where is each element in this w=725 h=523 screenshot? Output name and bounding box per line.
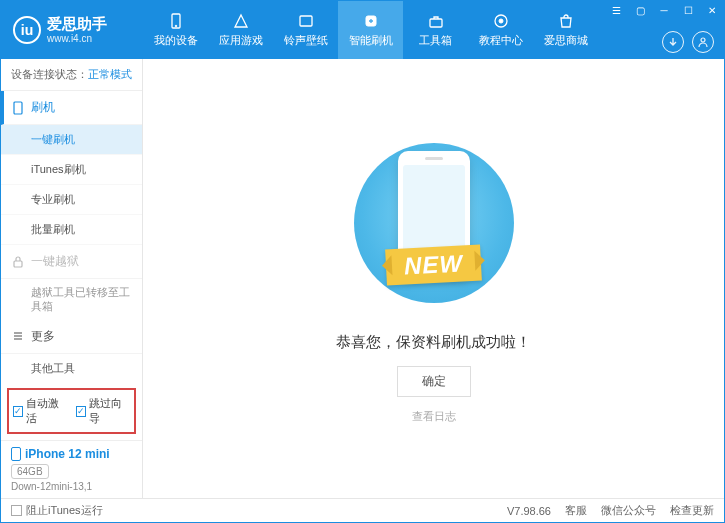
footer-link-update[interactable]: 检查更新: [670, 503, 714, 518]
nav-label: 教程中心: [479, 33, 523, 48]
footer-link-support[interactable]: 客服: [565, 503, 587, 518]
nav-toolbox[interactable]: 工具箱: [403, 1, 468, 59]
store-icon: [557, 12, 575, 30]
nav-label: 我的设备: [154, 33, 198, 48]
svg-point-6: [499, 19, 503, 23]
success-message: 恭喜您，保资料刷机成功啦！: [336, 333, 531, 352]
view-log-link[interactable]: 查看日志: [412, 409, 456, 424]
group-title: 更多: [31, 328, 55, 345]
minimize-button[interactable]: ─: [652, 1, 676, 19]
logo-block: iu 爱思助手 www.i4.cn: [1, 16, 143, 44]
device-block[interactable]: iPhone 12 mini 64GB Down-12mini-13,1: [1, 440, 142, 498]
chk-label: 自动激活: [26, 396, 67, 426]
close-button[interactable]: ✕: [700, 1, 724, 19]
confirm-button[interactable]: 确定: [397, 366, 471, 397]
connection-status: 设备连接状态：正常模式: [1, 59, 142, 91]
download-button[interactable]: [662, 31, 684, 53]
sidebar-item-pro-flash[interactable]: 专业刷机: [1, 185, 142, 215]
footer-link-wechat[interactable]: 微信公众号: [601, 503, 656, 518]
group-title: 刷机: [31, 99, 55, 116]
nav-tutorial[interactable]: 教程中心: [468, 1, 533, 59]
media-icon: [297, 12, 315, 30]
nav-label: 应用游戏: [219, 33, 263, 48]
conn-value: 正常模式: [88, 68, 132, 80]
jailbreak-note: 越狱工具已转移至工具箱: [1, 279, 142, 320]
phone-icon: [11, 447, 21, 461]
apps-icon: [232, 12, 250, 30]
user-button[interactable]: [692, 31, 714, 53]
app-header: iu 爱思助手 www.i4.cn 我的设备 应用游戏 铃声壁纸 智能刷机: [1, 1, 724, 59]
sidebar: 设备连接状态：正常模式 刷机 一键刷机 iTunes刷机 专业刷机 批量刷机 一…: [1, 59, 143, 498]
sidebar-item-oneclick-flash[interactable]: 一键刷机: [1, 125, 142, 155]
checkbox-block-itunes[interactable]: [11, 505, 22, 516]
nav-label: 铃声壁纸: [284, 33, 328, 48]
sidebar-group-jailbreak[interactable]: 一键越狱: [1, 245, 142, 279]
sidebar-group-more[interactable]: 更多: [1, 320, 142, 354]
svg-rect-8: [14, 102, 22, 114]
checkbox-skip-guide[interactable]: ✓跳过向导: [76, 396, 131, 426]
flash-options-box: ✓自动激活 ✓跳过向导: [7, 388, 136, 434]
nav-my-device[interactable]: 我的设备: [143, 1, 208, 59]
nav-label: 工具箱: [419, 33, 452, 48]
svg-rect-2: [300, 16, 312, 26]
success-illustration: NEW: [344, 133, 524, 313]
status-bar: 阻止iTunes运行 V7.98.66 客服 微信公众号 检查更新: [1, 498, 724, 522]
menu-button[interactable]: ☰: [604, 1, 628, 19]
version-label: V7.98.66: [507, 505, 551, 517]
top-nav: 我的设备 应用游戏 铃声壁纸 智能刷机 工具箱 教程中心: [143, 1, 598, 59]
chk-label: 跳过向导: [89, 396, 130, 426]
device-model: Down-12mini-13,1: [11, 481, 132, 492]
svg-point-7: [701, 38, 705, 42]
skin-button[interactable]: ▢: [628, 1, 652, 19]
sidebar-group-flash[interactable]: 刷机: [1, 91, 142, 125]
nav-store[interactable]: 爱思商城: [533, 1, 598, 59]
logo-icon: iu: [13, 16, 41, 44]
conn-label: 设备连接状态：: [11, 68, 88, 80]
app-name: 爱思助手: [47, 16, 107, 33]
main-content: NEW 恭喜您，保资料刷机成功啦！ 确定 查看日志: [143, 59, 724, 498]
device-capacity: 64GB: [11, 464, 49, 479]
app-url: www.i4.cn: [47, 33, 107, 44]
maximize-button[interactable]: ☐: [676, 1, 700, 19]
sidebar-item-batch-flash[interactable]: 批量刷机: [1, 215, 142, 245]
sidebar-item-other-tools[interactable]: 其他工具: [1, 354, 142, 382]
group-title: 一键越狱: [31, 253, 79, 270]
nav-label: 爱思商城: [544, 33, 588, 48]
nav-smart-flash[interactable]: 智能刷机: [338, 1, 403, 59]
list-icon: [11, 329, 25, 343]
block-itunes-label: 阻止iTunes运行: [26, 503, 103, 518]
nav-label: 智能刷机: [349, 33, 393, 48]
device-icon: [167, 12, 185, 30]
flash-icon: [362, 12, 380, 30]
svg-point-1: [175, 25, 177, 27]
device-name: iPhone 12 mini: [11, 447, 132, 461]
nav-apps[interactable]: 应用游戏: [208, 1, 273, 59]
svg-rect-4: [430, 19, 442, 27]
sidebar-item-itunes-flash[interactable]: iTunes刷机: [1, 155, 142, 185]
checkbox-auto-activate[interactable]: ✓自动激活: [13, 396, 68, 426]
flash-group-icon: [11, 101, 25, 115]
lock-icon: [11, 255, 25, 269]
new-banner: NEW: [385, 245, 482, 286]
svg-rect-9: [14, 261, 22, 267]
nav-ringtones[interactable]: 铃声壁纸: [273, 1, 338, 59]
tutorial-icon: [492, 12, 510, 30]
toolbox-icon: [427, 12, 445, 30]
window-controls: ☰ ▢ ─ ☐ ✕: [604, 1, 724, 21]
